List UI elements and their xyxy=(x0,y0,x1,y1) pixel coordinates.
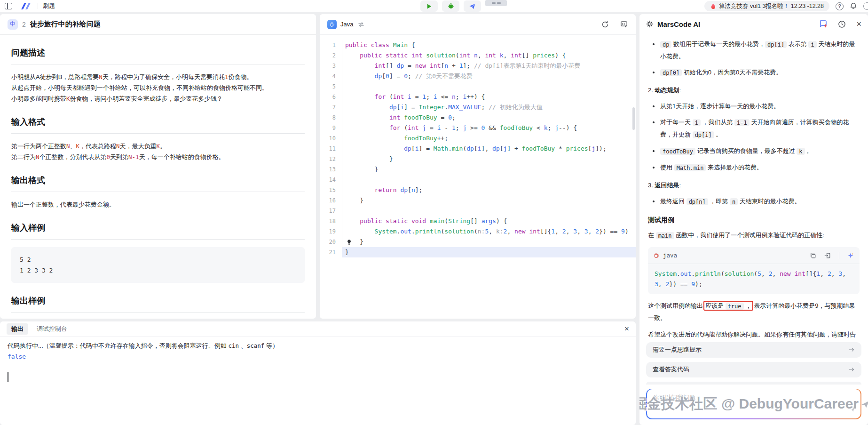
code-line[interactable]: 3int[] dp = new int[n + 1]; // dp[i]表示第i… xyxy=(320,61,636,71)
java-file-icon xyxy=(327,20,337,29)
inline-code: Math.min xyxy=(674,164,706,171)
section-heading: 输入样例 xyxy=(11,217,305,240)
console-message: 代码执行中...（温馨提示：代码中不允许存在输入指令，否则将会阻塞运行。例如 c… xyxy=(8,341,628,351)
code-line[interactable]: 7dp[i] = Integer.MAX_VALUE; // 初始化为最大值 xyxy=(320,102,636,112)
code-line[interactable]: 15return dp[n]; xyxy=(320,185,636,195)
code-line[interactable]: 11dp[i] = Math.min(dp[i], dp[j] + foodTo… xyxy=(320,144,636,154)
section-heading: 问题描述 xyxy=(11,42,305,64)
history-icon[interactable] xyxy=(838,20,846,28)
paper-plane-icon xyxy=(469,3,476,10)
ai-code-content: System.out.println(solution(5, 2, new in… xyxy=(648,264,860,294)
debug-button[interactable] xyxy=(442,0,459,12)
sample-input-block: 5 21 2 3 3 2 xyxy=(11,247,305,283)
code-line[interactable]: 4dp[0] = 0; // 第0天不需要花费 xyxy=(320,71,636,81)
inline-code: k xyxy=(797,148,805,155)
java-cup-icon xyxy=(654,252,660,258)
inline-code: N xyxy=(99,73,103,80)
inline-code: N xyxy=(116,143,120,150)
ai-bullet-item: 最终返回 dp[n] ，即第 n 天结束时的最小花费。 xyxy=(648,195,860,208)
code-line[interactable]: 21} xyxy=(320,247,636,257)
avatar-partial[interactable] xyxy=(863,2,868,10)
code-line[interactable]: 13} xyxy=(320,164,636,175)
section-paragraphs: 第一行为两个正整数N、K，代表总路程N天，最大负重K。第二行为N个正整数，分别代… xyxy=(11,141,305,162)
inline-code: dp[i] xyxy=(693,131,714,138)
copy-code-icon[interactable] xyxy=(810,252,816,259)
nav-shuati[interactable]: 刷题 xyxy=(43,2,55,10)
ai-close-icon[interactable]: × xyxy=(856,20,861,28)
ai-input-placeholder: 你可以问我问题 xyxy=(653,393,696,402)
language-tab-label[interactable]: Java xyxy=(340,21,353,28)
code-line[interactable]: 20} xyxy=(320,237,636,247)
ai-paragraph: 在 main 函数中，我们使用了一个测试用例来验证代码的正确性: xyxy=(648,229,860,241)
console-text-cursor[interactable] xyxy=(8,372,8,382)
reset-code-icon[interactable] xyxy=(601,21,609,28)
ai-messages: dp 数组用于记录每一天的最小花费，dp[i] 表示第 i 天结束时的最小花费。… xyxy=(639,34,868,339)
submit-button[interactable] xyxy=(464,0,481,12)
problem-panel: 中 2 徒步旅行中的补给问题 问题描述小明想从A徒步到B，总路程需要N天，路程中… xyxy=(0,14,316,319)
inline-code: i xyxy=(693,119,701,126)
inline-code: foodToBuy xyxy=(660,148,695,155)
contest-banner[interactable]: 算法竞技赛 vol1 3报名啦！ 12.23 -12.28 xyxy=(704,1,829,11)
send-message-icon[interactable] xyxy=(848,405,856,415)
inline-code: K xyxy=(157,143,160,150)
code-line[interactable]: 19System.out.println(solution(n:5, k:2, … xyxy=(320,226,636,237)
code-lines[interactable]: 1public class Main {2public static int s… xyxy=(320,35,636,318)
tab-output[interactable]: 输出 xyxy=(7,323,28,335)
ai-chat-input[interactable]: 你可以问我问题 xyxy=(647,389,861,418)
inline-code: K xyxy=(76,143,80,150)
inline-code: i-1 xyxy=(734,119,750,126)
inline-code: 0 xyxy=(107,153,110,160)
code-line[interactable]: 17 xyxy=(320,206,636,216)
inline-code: dp[i] xyxy=(765,41,787,48)
bug-icon xyxy=(448,3,454,9)
code-line[interactable]: 12} xyxy=(320,154,636,164)
new-chat-icon[interactable] xyxy=(819,20,828,28)
run-controls xyxy=(420,0,481,12)
format-code-icon[interactable] xyxy=(620,21,628,28)
editor-panel: Java 1public class Main {2public static … xyxy=(320,14,636,319)
code-line[interactable]: 9for (int j = i - 1; j >= 0 && foodToBuy… xyxy=(320,123,636,133)
marscode-logo-icon[interactable] xyxy=(20,2,32,10)
help-icon[interactable]: ? xyxy=(836,2,844,10)
run-button[interactable] xyxy=(420,0,438,12)
inline-code: 1 xyxy=(225,73,229,80)
suggestion-pill[interactable]: 需要一点思路提示 xyxy=(646,342,861,358)
code-line[interactable]: 14 xyxy=(320,175,636,185)
sidebar-toggle-icon[interactable] xyxy=(5,3,12,9)
code-line[interactable]: 10foodToBuy++; xyxy=(320,133,636,144)
section-heading: 输入格式 xyxy=(11,112,305,134)
code-line[interactable]: 16} xyxy=(320,195,636,206)
code-line[interactable]: 5 xyxy=(320,81,636,92)
console-panel: 输出 调试控制台 × 代码执行中...（温馨提示：代码中不允许存在输入指令，否则… xyxy=(0,321,636,425)
tab-debug-console[interactable]: 调试控制台 xyxy=(37,325,67,333)
topbar-divider xyxy=(38,3,38,9)
ai-suggestions: 需要一点思路提示查看答案代码 xyxy=(646,342,861,377)
quickfix-bulb-icon[interactable] xyxy=(346,238,352,247)
code-line[interactable]: 2public static int solution(int n, int k… xyxy=(320,50,636,61)
suggestion-pill-partial[interactable] xyxy=(646,382,861,385)
console-tabs: 输出 调试控制台 × xyxy=(0,321,636,337)
inline-code: dp[0] xyxy=(660,69,682,76)
inline-code: K xyxy=(66,95,70,102)
editor-scrollbar[interactable] xyxy=(632,107,635,130)
code-line[interactable]: 8int foodToBuy = 0; xyxy=(320,112,636,123)
sparkle-action-icon[interactable] xyxy=(847,252,854,259)
code-line[interactable]: 18public static void main(String[] args)… xyxy=(320,216,636,226)
ai-bullet-item: dp[0] 初始化为0，因为第0天不需要花费。 xyxy=(648,66,860,79)
section-paragraphs: 小明想从A徒步到B，总路程需要N天，路程中为了确保安全，小明每天需要消耗1份食物… xyxy=(11,72,305,104)
ai-numbered-item: 2. 动态规划: xyxy=(648,85,860,96)
code-line[interactable]: 6for (int i = 1; i <= n; i++) { xyxy=(320,92,636,102)
shortcut-chip xyxy=(485,0,507,6)
difficulty-badge: 中 xyxy=(8,19,18,30)
console-close-icon[interactable]: × xyxy=(624,325,629,333)
inline-code: i xyxy=(808,41,816,48)
console-body: 代码执行中...（温馨提示：代码中不允许存在输入指令，否则将会阻塞运行。例如 c… xyxy=(0,337,636,387)
contest-banner-text: 算法竞技赛 vol1 3报名啦！ 12.23 -12.28 xyxy=(719,2,824,10)
code-line[interactable]: 1public class Main { xyxy=(320,40,636,50)
suggestion-pill[interactable]: 查看答案代码 xyxy=(646,362,861,377)
switch-language-icon[interactable] xyxy=(358,22,364,27)
insert-code-icon[interactable] xyxy=(824,252,831,259)
bell-icon[interactable] xyxy=(850,2,857,10)
inline-code: true xyxy=(726,303,744,310)
console-result: false xyxy=(8,353,628,360)
